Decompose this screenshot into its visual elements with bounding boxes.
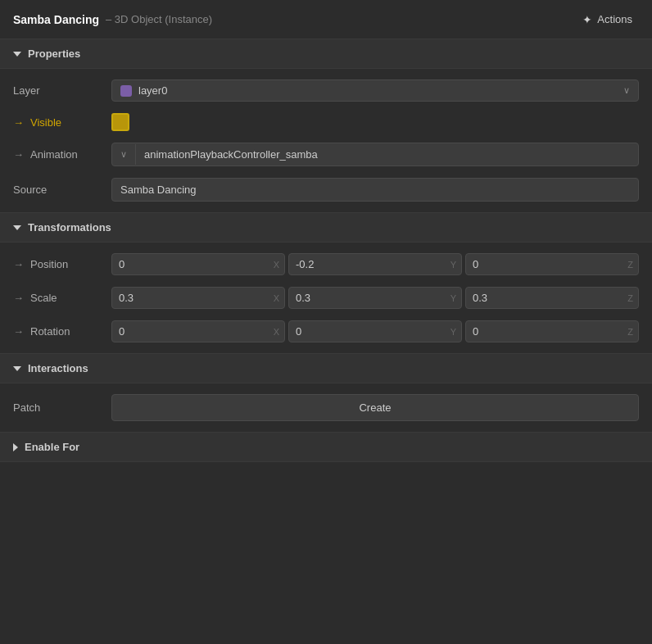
scale-x-value: 0.3: [112, 288, 272, 308]
scale-x-field[interactable]: 0.3 X: [111, 287, 285, 309]
rotation-label: → Rotation: [13, 325, 111, 338]
source-row: Source Samba Dancing: [0, 172, 652, 207]
animation-dropdown[interactable]: ∨ animationPlaybackController_samba: [111, 143, 639, 166]
position-xyz-group: 0 X -0.2 Y 0 Z: [111, 253, 639, 275]
header: Samba Dancing – 3D Object (Instance) ✦ A…: [0, 0, 652, 39]
interactions-section-header[interactable]: Interactions: [0, 354, 652, 383]
rotation-row: → Rotation 0 X 0 Y 0 Z: [0, 315, 652, 348]
patch-row: Patch Create: [0, 388, 652, 427]
visible-control: [111, 113, 639, 131]
scale-y-field[interactable]: 0.3 Y: [288, 287, 462, 309]
rotation-z-field[interactable]: 0 Z: [465, 320, 639, 342]
rotation-x-field[interactable]: 0 X: [111, 320, 285, 342]
layer-dropdown[interactable]: layer0 ∨: [111, 79, 639, 102]
actions-label: Actions: [597, 13, 632, 25]
object-type: – 3D Object (Instance): [106, 13, 212, 25]
source-value[interactable]: Samba Dancing: [111, 178, 639, 202]
position-z-label: Z: [626, 256, 638, 274]
transformations-section-body: → Position 0 X -0.2 Y 0 Z: [0, 243, 652, 353]
position-z-field[interactable]: 0 Z: [465, 253, 639, 275]
scale-xyz-group: 0.3 X 0.3 Y 0.3 Z: [111, 287, 639, 309]
visible-arrow-icon: →: [13, 116, 24, 129]
scale-y-value: 0.3: [289, 288, 449, 308]
position-row: → Position 0 X -0.2 Y 0 Z: [0, 247, 652, 281]
rotation-y-label: Y: [449, 323, 461, 341]
rotation-x-value: 0: [112, 321, 272, 342]
rotation-y-value: 0: [289, 321, 449, 342]
properties-section-label: Properties: [28, 48, 80, 60]
position-y-label: Y: [449, 256, 461, 274]
animation-control: ∨ animationPlaybackController_samba: [111, 143, 639, 166]
patch-label: Patch: [13, 401, 111, 414]
properties-section-body: Layer layer0 ∨ → Visible →: [0, 69, 652, 212]
transformations-section: Transformations → Position 0 X -0.2 Y: [0, 213, 652, 353]
scale-z-field[interactable]: 0.3 Z: [465, 287, 639, 309]
source-control: Samba Dancing: [111, 178, 639, 202]
position-z-value: 0: [466, 254, 626, 274]
object-title: Samba Dancing: [13, 13, 99, 26]
scale-z-value: 0.3: [466, 288, 626, 308]
scale-row: → Scale 0.3 X 0.3 Y 0.3 Z: [0, 281, 652, 315]
layer-name: layer0: [138, 84, 617, 97]
properties-section-header[interactable]: Properties: [0, 39, 652, 69]
rotation-control: 0 X 0 Y 0 Z: [111, 320, 639, 342]
position-y-value: -0.2: [289, 254, 449, 274]
position-x-label: X: [272, 256, 284, 274]
create-patch-button[interactable]: Create: [111, 394, 639, 421]
actions-button[interactable]: ✦ Actions: [576, 10, 639, 29]
patch-control: Create: [111, 394, 639, 421]
layer-color-dot: [120, 85, 132, 97]
visible-row: → Visible: [0, 107, 652, 137]
properties-section: Properties Layer layer0 ∨ → Visible: [0, 39, 652, 212]
header-left: Samba Dancing – 3D Object (Instance): [13, 13, 212, 26]
transformations-section-label: Transformations: [28, 221, 111, 234]
interactions-section-label: Interactions: [28, 362, 88, 374]
position-x-field[interactable]: 0 X: [111, 253, 285, 275]
rotation-z-value: 0: [466, 321, 626, 342]
transformations-section-header[interactable]: Transformations: [0, 213, 652, 243]
visible-label: → Visible: [13, 116, 111, 129]
scale-label: → Scale: [13, 292, 111, 304]
position-label: → Position: [13, 258, 111, 270]
rotation-x-label: X: [272, 323, 284, 341]
position-x-value: 0: [112, 254, 272, 274]
enable-for-chevron-icon: [13, 443, 18, 451]
scale-y-label: Y: [449, 289, 461, 307]
enable-for-section-label: Enable For: [25, 441, 79, 453]
transformations-chevron-icon: [13, 225, 21, 230]
animation-label: → Animation: [13, 148, 111, 161]
properties-chevron-icon: [13, 52, 21, 57]
interactions-section-body: Patch Create: [0, 383, 652, 432]
layer-control: layer0 ∨: [111, 79, 639, 102]
animation-value: animationPlaybackController_samba: [136, 143, 638, 166]
animation-arrow-icon: →: [13, 148, 24, 161]
scale-z-label: Z: [626, 289, 638, 307]
scale-arrow-icon: →: [13, 292, 24, 304]
visible-checkbox[interactable]: [111, 113, 129, 131]
animation-dropdown-btn[interactable]: ∨: [112, 144, 136, 165]
position-arrow-icon: →: [13, 258, 24, 270]
scale-x-label: X: [272, 289, 284, 307]
position-control: 0 X -0.2 Y 0 Z: [111, 253, 639, 275]
enable-for-section: Enable For: [0, 433, 652, 462]
interactions-chevron-icon: [13, 366, 21, 371]
animation-dropdown-chevron-icon: ∨: [120, 149, 127, 160]
rotation-xyz-group: 0 X 0 Y 0 Z: [111, 320, 639, 342]
actions-icon: ✦: [582, 13, 592, 26]
layer-dropdown-chevron-icon: ∨: [623, 85, 630, 96]
rotation-z-label: Z: [626, 323, 638, 341]
enable-for-section-header[interactable]: Enable For: [0, 433, 652, 462]
rotation-y-field[interactable]: 0 Y: [288, 320, 462, 342]
source-label: Source: [13, 184, 111, 196]
interactions-section: Interactions Patch Create: [0, 354, 652, 432]
scale-control: 0.3 X 0.3 Y 0.3 Z: [111, 287, 639, 309]
layer-label: Layer: [13, 84, 111, 97]
animation-row: → Animation ∨ animationPlaybackControlle…: [0, 137, 652, 172]
layer-row: Layer layer0 ∨: [0, 74, 652, 107]
rotation-arrow-icon: →: [13, 325, 24, 338]
position-y-field[interactable]: -0.2 Y: [288, 253, 462, 275]
